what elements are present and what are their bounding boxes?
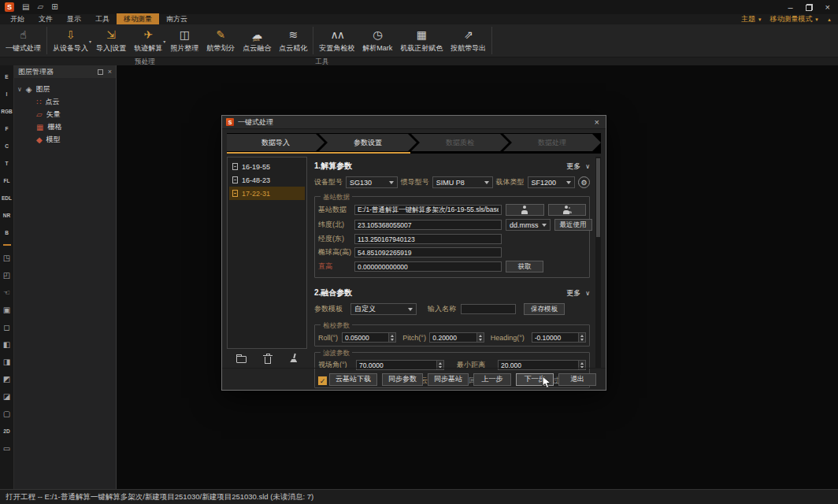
longitude-input[interactable] [354,234,502,244]
dialog-close-button[interactable]: × [592,118,602,127]
ribbon-strip-divide[interactable]: 航带划分 [202,24,239,57]
layer-item-vector[interactable]: 矢量 [17,108,113,120]
view-extra-icon[interactable] [0,439,13,457]
view-cube-left-icon[interactable] [0,335,13,353]
ribbon-airborne-ortho-color[interactable]: 机载正射赋色 [396,24,447,57]
previous-step-button[interactable]: 上一步 [473,373,511,386]
cloud-base-download-button[interactable]: 云基站下载 [329,373,377,386]
close-button[interactable]: × [825,3,830,12]
flight-list-item[interactable]: 16-48-23 [229,173,305,187]
chevron-down-icon[interactable]: ▾ [163,39,165,44]
sync-base-button[interactable]: 同步基站 [428,373,469,386]
menu-tab-display[interactable]: 显示 [60,13,88,25]
layer-item-raster[interactable]: 栅格 [17,120,113,133]
scrollbar-thumb[interactable] [596,158,600,237]
collapse-ribbon-icon[interactable]: ▲ [827,17,832,22]
ribbon-one-click-process[interactable]: 一键式处理 [2,24,45,57]
new-project-icon[interactable]: ⊞ [51,2,57,12]
view-cube-bottom-icon[interactable] [0,387,13,405]
render-mode-i-button[interactable]: I [0,85,13,102]
layer-tree-root[interactable]: ∨ 图层 [17,83,113,95]
view-cube-back-icon[interactable] [0,318,13,335]
spinner-arrows-icon[interactable] [578,333,585,342]
vertical-height-input[interactable] [354,261,502,272]
minimize-button[interactable]: – [788,3,792,12]
chevron-down-icon[interactable]: ▾ [89,39,91,44]
recently-used-button[interactable]: 最近使用 [554,219,592,231]
get-button[interactable]: 获取 [506,261,543,272]
view-fit-icon[interactable] [0,405,13,422]
render-mode-nr-button[interactable]: NR [0,206,13,224]
next-step-button[interactable]: 下一步 [516,373,554,386]
ellipsoid-height-input[interactable] [354,247,502,258]
heading-stepper[interactable] [532,332,586,343]
step-data-processing[interactable]: 数据处理 [503,134,601,151]
menu-tab-mobile-survey[interactable]: 移动测量 [117,13,159,25]
angle-format-select[interactable]: dd.mmss [506,219,551,231]
menu-tab-start[interactable]: 开始 [3,13,32,25]
template-name-input[interactable] [461,304,516,314]
restore-button[interactable] [806,4,813,11]
save-icon[interactable]: ▤ [22,2,29,12]
single-base-button[interactable] [506,204,544,216]
ribbon-import-settings[interactable]: 导入|设置 [92,24,130,57]
sync-params-button[interactable]: 同步参数 [382,373,423,386]
open-folder-icon[interactable]: ▱ [37,2,43,12]
clear-icon[interactable] [289,354,298,363]
render-mode-fl-button[interactable]: FL [0,172,13,189]
section-box-icon[interactable] [0,266,13,284]
multi-base-button[interactable] [548,204,587,216]
theme-dropdown[interactable]: 主题 ▼ [741,14,762,24]
spinner-arrows-icon[interactable] [476,333,484,342]
render-mode-b-button[interactable]: B [0,224,13,241]
base-path-input[interactable] [354,205,502,215]
layer-item-pointcloud[interactable]: 点云 [17,95,113,108]
ribbon-pointcloud-fusion[interactable]: 点云融合 [239,24,275,57]
layer-item-model[interactable]: 模型 [17,133,113,146]
ribbon-parse-mark[interactable]: 解析Mark [358,24,396,57]
step-data-quality-check[interactable]: 数据质检 [411,134,509,151]
step-data-import[interactable]: 数据导入 [227,134,324,151]
mode-dropdown[interactable]: 移动测量模式 ▼ [770,14,819,24]
caret-down-icon[interactable]: ∨ [17,86,22,93]
render-mode-rgb-button[interactable]: RGB [0,102,13,120]
exit-button[interactable]: 退出 [558,373,596,386]
param-template-select[interactable]: 自定义 [350,303,417,315]
add-folder-icon[interactable] [236,356,247,363]
menu-tab-south-cloud[interactable]: 南方云 [159,13,195,25]
ribbon-photo-organize[interactable]: 照片整理 [166,24,202,57]
pan-hand-icon[interactable] [0,284,13,301]
pitch-stepper[interactable] [429,332,484,343]
latitude-input[interactable] [354,220,502,230]
view-cube-top-icon[interactable] [0,370,13,387]
flight-list-item[interactable]: 16-19-55 [229,160,305,173]
render-mode-edl-button[interactable]: EDL [0,189,13,206]
render-mode-c-button[interactable]: C [0,137,13,154]
ribbon-mount-angle-calibration[interactable]: 安置角检校 [315,24,358,57]
roll-stepper[interactable] [342,332,396,343]
spinner-arrows-icon[interactable] [388,333,395,342]
close-panel-icon[interactable]: × [108,68,112,76]
step-parameter-settings[interactable]: 参数设置 [319,134,417,151]
dialog-scrollbar[interactable] [595,157,601,368]
ribbon-trajectory-solve[interactable]: 轨迹解算 ▾ [130,24,166,57]
ribbon-export-by-strip[interactable]: 按航带导出 [447,24,490,57]
solve-more-toggle[interactable]: 更多∨ [566,161,590,172]
view-cube-front-icon[interactable] [0,301,13,318]
menu-tab-tools[interactable]: 工具 [88,13,117,25]
imu-model-select[interactable]: SIMU P8 [432,176,493,188]
render-mode-t-button[interactable]: T [0,154,13,172]
delete-icon[interactable] [265,357,271,364]
menu-tab-file[interactable]: 文件 [32,13,60,25]
ribbon-import-from-device[interactable]: 从设备导入 ▾ [49,24,92,57]
gear-icon[interactable] [578,176,590,188]
ribbon-pointcloud-refine[interactable]: 点云精化 [275,24,311,57]
carrier-type-select[interactable]: SF1200 [528,176,575,188]
clip-box-icon[interactable] [0,249,13,266]
flight-list-item[interactable]: 17-22-31 [229,187,305,200]
device-model-select[interactable]: SG130 [346,176,398,188]
render-mode-f-button[interactable]: F [0,120,13,137]
fusion-more-toggle[interactable]: 更多∨ [566,288,590,298]
view-cube-right-icon[interactable] [0,353,13,370]
view-2d-button[interactable]: 2D [0,422,13,439]
